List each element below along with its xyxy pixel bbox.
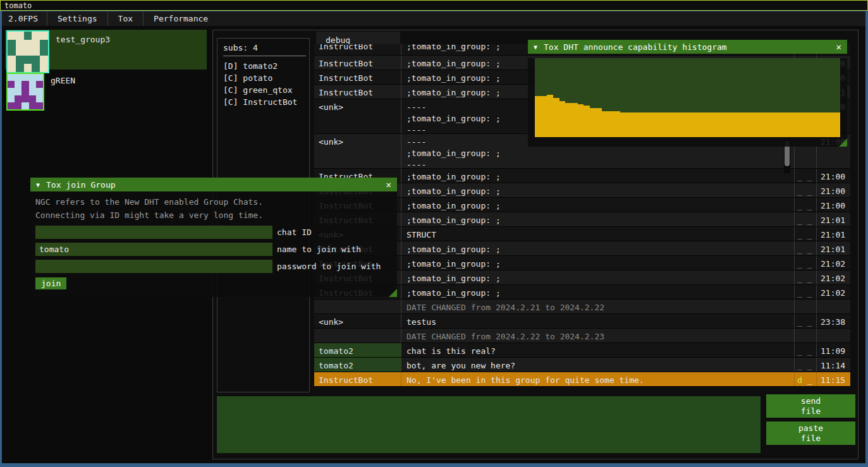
timestamp: 21:02 [817,285,850,299]
subs-count: subs: 4 [223,43,309,52]
avatar-pixel [15,95,21,102]
avatar-pixel [24,32,32,40]
histogram-bar [804,112,810,137]
subs-list: [D] tomato2[C] potato[C] green_qtox[C] I… [217,60,309,108]
message-line: ;tomato_in_group: ; [406,288,794,299]
collapse-icon[interactable]: ▼ [534,44,537,51]
histogram-bar [767,112,773,137]
avatar-pixel [29,88,36,95]
histogram-bar [565,103,572,137]
menu-item-settings[interactable]: Settings [47,14,107,23]
delivery-flags: __ [795,198,817,212]
avatar-pixel [8,48,16,56]
subs-member[interactable]: [D] tomato2 [217,60,309,72]
flag-mark: _ [807,215,812,225]
histogram-bar [718,112,724,137]
avatar-pixel [21,81,28,88]
subs-member[interactable]: [C] InstructBot [217,96,309,108]
menu-item-tox[interactable]: Tox [108,14,143,23]
sender-name: <unk> [314,99,401,133]
sender-name [314,329,401,343]
titlebar[interactable]: tomato [0,0,868,11]
message-line: ;tomato_in_group: ; [406,273,794,284]
resize-grip[interactable] [389,289,397,297]
delivery-flags [795,329,817,343]
histogram-bar [700,112,706,137]
avatar-pixel [40,56,48,64]
join-name-input[interactable] [35,243,272,256]
join-group-desc-2: Connecting via ID might take a very long… [35,209,397,222]
flag-mark: _ [797,230,802,240]
histogram-bar [761,112,767,137]
histogram-bar [724,112,730,137]
paste-file-button[interactable]: paste file [766,422,855,445]
sender-name: InstructBot [314,85,401,99]
chat-id-input[interactable] [35,226,272,239]
menu-item-performance[interactable]: Performance [144,14,218,23]
histogram-bar [706,112,712,137]
avatar-pixel [29,102,36,109]
menu-items: SettingsToxPerformance [47,11,218,26]
flag-mark: _ [797,274,802,283]
join-button[interactable]: join [35,277,66,289]
sender-name [314,300,401,313]
delivery-flags: __ [795,241,817,255]
timestamp: 21:01 [817,241,850,255]
timestamp: 21:00 [817,198,850,212]
chat-row: InstructBotNo, I've been in this group f… [314,372,850,387]
message-text: testus [401,314,795,328]
flag-mark: _ [807,186,812,196]
close-icon[interactable]: ✕ [836,42,841,52]
sender-name: tomato2 [314,358,401,372]
flag-mark: _ [797,201,802,210]
timestamp: 11:14 [817,358,850,372]
timestamp [817,329,850,343]
flag-mark: _ [807,375,812,385]
flag-mark: _ [807,361,812,370]
avatar-pixel [36,81,43,88]
histogram-bar [737,112,743,137]
resize-grip[interactable] [839,138,847,147]
subs-member[interactable]: [C] potato [217,72,309,84]
histogram-bar [755,112,761,137]
flag-mark: _ [797,215,802,225]
histogram-plot [535,58,840,137]
avatar-pixel [21,74,28,81]
app-window: tomato 2.0FPS SettingsToxPerformance tes… [0,0,868,467]
avatar-pixel [36,74,43,81]
avatar-pixel [8,102,15,109]
menu-bar: 2.0FPS SettingsToxPerformance [2,11,865,26]
flag-mark: _ [797,288,802,298]
histogram-bar [541,96,547,137]
send-file-button[interactable]: send file [766,394,855,418]
subs-member[interactable]: [C] green_qtox [217,84,309,96]
collapse-icon[interactable]: ▼ [36,181,40,188]
fps-counter: 2.0FPS [2,14,47,23]
flag-mark: _ [797,259,802,269]
message-input[interactable] [217,396,761,453]
flag-mark: _ [807,274,812,283]
dht-histogram-titlebar[interactable]: ▼ Tox DHT announce capability histogram … [528,40,847,54]
message-text: ;tomato_in_group: ; [401,256,795,270]
chat-row: tomato2chat is this real?__11:09 [314,343,850,358]
histogram-bar [773,112,779,137]
join-password-input[interactable] [35,260,272,273]
histogram-bar [810,112,816,137]
chat-row: <unk>testus__23:38 [314,314,850,329]
group-name: gREEN [51,76,75,107]
timestamp: 21:01 [817,227,850,241]
message-text: ;tomato_in_group: ; [401,183,795,197]
avatar-pixel [8,32,16,40]
histogram-bar [559,101,566,138]
histogram-bar [614,111,621,137]
avatar-pixel [29,81,36,88]
sidebar-group-test_group3[interactable]: test_group3 [5,30,207,70]
avatar-pixel [8,88,15,95]
close-icon[interactable]: ✕ [386,179,391,190]
group-avatar-icon [6,30,49,73]
join-group-titlebar[interactable]: ▼ Tox join Group ✕ [30,178,397,191]
timestamp: 11:15 [817,372,850,386]
flag-mark: _ [807,201,812,210]
sidebar-group-gREEN[interactable]: gREEN [5,71,207,107]
message-text: ;tomato_in_group: ; [401,285,795,299]
